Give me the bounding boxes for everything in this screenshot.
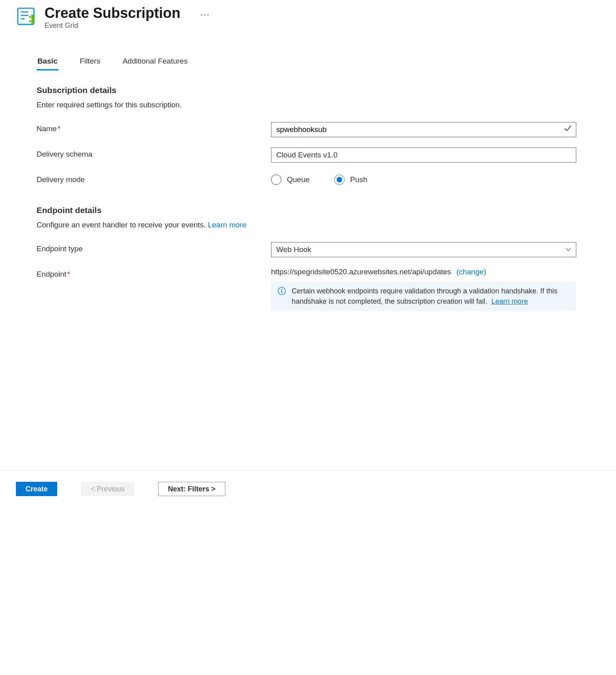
label-endpoint: Endpoint* [37, 268, 271, 279]
change-endpoint-link[interactable]: (change) [456, 268, 486, 276]
section-desc-endpoint: Configure an event handler to receive yo… [37, 221, 576, 229]
learn-more-endpoint-link[interactable]: Learn more [208, 221, 246, 229]
label-name: Name* [37, 122, 271, 133]
info-learn-more-link[interactable]: Learn more [491, 297, 528, 305]
svg-rect-6 [281, 290, 282, 293]
more-button[interactable]: ··· [200, 5, 210, 20]
radio-push-label: Push [350, 175, 367, 184]
next-button[interactable]: Next: Filters > [158, 482, 226, 496]
tab-additional-features[interactable]: Additional Features [122, 54, 188, 70]
section-desc-subscription: Enter required settings for this subscri… [37, 101, 576, 109]
radio-push[interactable]: Push [334, 175, 367, 185]
info-icon [277, 287, 286, 295]
endpoint-url-text: https://spegridsite0520.azurewebsites.ne… [271, 268, 451, 276]
label-delivery-mode: Delivery mode [37, 173, 271, 184]
page-title: Create Subscription [45, 5, 180, 21]
event-grid-subscription-icon [16, 6, 36, 26]
tab-filters[interactable]: Filters [79, 54, 101, 70]
section-title-subscription: Subscription details [37, 85, 576, 95]
chevron-down-icon [566, 242, 571, 257]
info-box: Certain webhook endpoints require valida… [271, 281, 576, 311]
radio-queue-label: Queue [287, 175, 310, 184]
label-endpoint-type: Endpoint type [37, 242, 271, 253]
input-name[interactable] [271, 122, 576, 137]
create-button[interactable]: Create [16, 482, 57, 496]
radio-queue[interactable]: Queue [271, 175, 310, 185]
svg-point-5 [281, 289, 282, 289]
page-subtitle: Event Grid [45, 21, 180, 30]
section-title-endpoint: Endpoint details [37, 206, 576, 215]
tab-basic[interactable]: Basic [37, 54, 58, 70]
previous-button: < Previous [81, 482, 134, 496]
check-icon [564, 124, 572, 135]
field-delivery-schema: Cloud Events v1.0 [271, 147, 576, 163]
dropdown-endpoint-type[interactable]: Web Hook [271, 242, 576, 257]
label-delivery-schema: Delivery schema [37, 147, 271, 159]
